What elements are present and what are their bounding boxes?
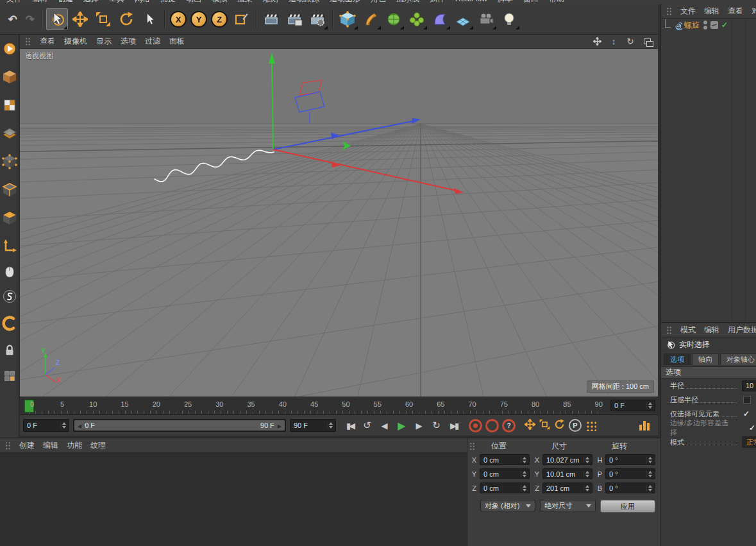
object-name[interactable]: 螺旋	[684, 20, 700, 31]
scale-tool-button[interactable]	[92, 8, 114, 30]
undo-button[interactable]	[4, 12, 21, 28]
panel-grip[interactable]	[469, 442, 475, 450]
menubar-item[interactable]: 运动跟踪	[289, 0, 319, 4]
coordinate-mode-dropdown[interactable]: 对象 (相对)	[480, 500, 535, 511]
attribute-tab[interactable]: 轴向	[692, 354, 719, 365]
timeline-ruler[interactable]: 051015202530354045505560657075808590 0 F	[20, 398, 658, 415]
material-menu-texture[interactable]: 纹理	[90, 440, 106, 451]
convert-editable-button[interactable]	[1, 40, 19, 58]
rotate-tool-button[interactable]	[115, 8, 137, 30]
mograph-cloner-button[interactable]	[406, 8, 428, 30]
menubar-item[interactable]: 脚本	[498, 0, 513, 4]
render-picture-viewer-button[interactable]	[283, 8, 305, 30]
live-selection-tool-button[interactable]	[46, 8, 68, 30]
deformer-button[interactable]	[429, 8, 451, 30]
apply-button[interactable]: 应用	[600, 500, 655, 513]
position-y-field[interactable]: 0 cm	[480, 468, 530, 479]
visible-only-checkmark-icon[interactable]	[743, 409, 750, 418]
key-scale-toggle[interactable]	[539, 419, 550, 432]
viewport-menu-camera[interactable]: 摄像机	[64, 36, 87, 47]
x-axis-lock-button[interactable]: X	[170, 11, 187, 28]
attribute-tab[interactable]: 选项	[664, 354, 691, 365]
tolerant-selection-checkmark-icon[interactable]	[749, 423, 755, 432]
frame-stepper[interactable]	[327, 422, 334, 429]
frame-stepper[interactable]	[60, 422, 67, 429]
size-mode-dropdown[interactable]: 绝对尺寸	[540, 500, 595, 511]
viewport-menu-panel[interactable]: 面板	[169, 36, 185, 47]
menubar-item[interactable]: 角色	[371, 0, 386, 4]
subdivision-surface-button[interactable]	[383, 8, 405, 30]
position-z-field[interactable]: 0 cm	[480, 482, 530, 493]
menubar-item[interactable]: 插件	[430, 0, 445, 4]
object-enabled-check-icon[interactable]	[721, 21, 728, 30]
render-view-button[interactable]	[260, 8, 282, 30]
menubar-item[interactable]: 模拟	[212, 0, 227, 4]
menubar-item[interactable]: 网格	[135, 0, 150, 4]
move-tool-button[interactable]	[69, 8, 91, 30]
position-x-field[interactable]: 0 cm	[480, 454, 530, 465]
polygons-mode-button[interactable]	[1, 209, 19, 227]
menubar-item[interactable]: 雕刻	[263, 0, 278, 4]
panel-grip[interactable]	[666, 7, 672, 15]
viewport-solo-button[interactable]	[1, 263, 19, 281]
maximize-view-icon[interactable]	[641, 37, 653, 47]
light-button[interactable]	[498, 8, 520, 30]
timeline-range-slider[interactable]: 0 F 90 F	[73, 419, 286, 432]
om-menu-object[interactable]: 对象	[752, 6, 756, 17]
stepper[interactable]	[646, 485, 653, 491]
next-frame-button[interactable]	[410, 418, 428, 433]
object-tag-icon[interactable]	[710, 21, 718, 29]
previous-key-button[interactable]	[358, 418, 376, 433]
orbit-view-icon[interactable]: ↻	[625, 37, 636, 47]
material-menu-function[interactable]: 功能	[67, 440, 82, 451]
add-cube-button[interactable]	[337, 8, 358, 30]
radius-input[interactable]: 10	[742, 380, 756, 391]
panel-grip[interactable]	[25, 37, 31, 46]
menubar-item[interactable]: 工具	[109, 0, 124, 4]
texture-mode-button[interactable]	[1, 96, 19, 114]
play-button[interactable]	[393, 418, 410, 433]
goto-end-button[interactable]	[445, 418, 462, 433]
preview-frame-field[interactable]: 0 F	[610, 400, 655, 411]
enable-snap-button[interactable]	[1, 314, 19, 332]
rotation-p-field[interactable]: 0 °	[605, 468, 655, 479]
enable-axis-button[interactable]	[1, 237, 19, 255]
size-x-field[interactable]: 10.027 cm	[542, 454, 592, 465]
stepper[interactable]	[521, 485, 528, 491]
last-tool-button[interactable]	[139, 8, 160, 30]
pressure-radius-checkbox[interactable]	[743, 396, 751, 404]
coordinate-system-button[interactable]	[230, 8, 252, 30]
rotation-b-field[interactable]: 0 °	[605, 482, 655, 493]
points-mode-button[interactable]	[1, 153, 19, 171]
size-z-field[interactable]: 201 cm	[542, 482, 592, 493]
environment-button[interactable]	[452, 8, 474, 30]
menubar-item[interactable]: 运动图形	[330, 0, 360, 4]
viewport-menu-options[interactable]: 选项	[121, 36, 136, 47]
redo-button[interactable]	[22, 12, 38, 28]
menubar-item[interactable]: 窗口	[523, 0, 539, 4]
options-section-header[interactable]: 选项	[661, 366, 756, 379]
range-left-handle[interactable]	[78, 422, 81, 429]
stepper[interactable]	[584, 485, 591, 491]
stepper[interactable]	[646, 457, 653, 463]
visibility-dots[interactable]	[703, 21, 707, 30]
model-mode-button[interactable]	[1, 68, 19, 86]
am-menu-edit[interactable]: 编辑	[704, 325, 719, 336]
menubar-item[interactable]: 创建	[58, 0, 73, 4]
size-y-field[interactable]: 10.01 cm	[542, 468, 592, 479]
edges-mode-button[interactable]	[1, 181, 19, 199]
am-menu-userdata[interactable]: 用户数据	[728, 325, 756, 336]
timeline-window-button[interactable]	[639, 420, 650, 431]
snap-mode-button[interactable]	[1, 287, 19, 305]
viewport-canvas[interactable]: 透视视图 Y Z X 网格间距 : 100 cm	[20, 49, 658, 397]
menubar-item[interactable]: 捕捉	[160, 0, 176, 4]
key-position-toggle[interactable]	[525, 419, 535, 432]
material-list-area[interactable]	[0, 453, 467, 546]
am-menu-mode[interactable]: 模式	[680, 325, 696, 336]
key-parameter-toggle[interactable]	[569, 419, 582, 432]
y-axis-lock-button[interactable]: Y	[190, 11, 207, 28]
material-menu-create[interactable]: 创建	[19, 440, 35, 451]
range-right-handle[interactable]	[278, 422, 281, 429]
camera-button[interactable]	[475, 8, 497, 30]
z-axis-lock-button[interactable]: Z	[211, 11, 228, 28]
